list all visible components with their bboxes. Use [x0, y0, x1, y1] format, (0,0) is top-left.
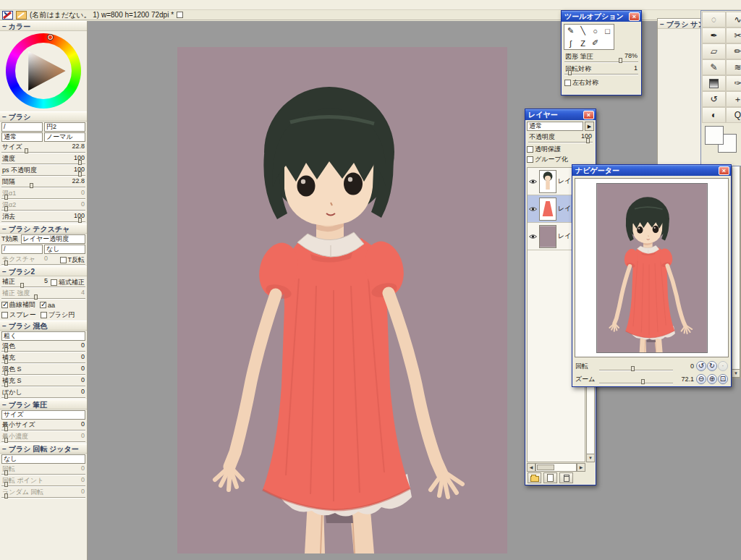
- ellipse-tool-icon[interactable]: ○: [589, 25, 601, 37]
- slider-handle[interactable]: [631, 366, 635, 371]
- gradient-tool-icon[interactable]: [702, 75, 726, 91]
- brush2-section-header[interactable]: −ブラシ2: [0, 266, 87, 276]
- pen-tool-icon[interactable]: ✒: [702, 27, 726, 43]
- slider-handle[interactable]: [34, 294, 38, 300]
- slider-handle[interactable]: [20, 283, 24, 288]
- slider-handle[interactable]: [4, 426, 8, 431]
- slider-handle[interactable]: [4, 482, 8, 487]
- spray-circle-checks-b[interactable]: ブラシ円: [41, 310, 75, 320]
- canvas[interactable]: [177, 47, 507, 553]
- slider-handle[interactable]: [25, 148, 28, 153]
- random-rotation-slider[interactable]: ランダム 回転0: [1, 488, 85, 498]
- correction-strength-slider[interactable]: 補正 強度4: [1, 289, 85, 299]
- close-icon[interactable]: ×: [629, 12, 640, 21]
- eyedropper-tool-icon[interactable]: ✑: [726, 75, 741, 91]
- zoom-out-button[interactable]: ⊖: [696, 374, 706, 384]
- tool-options-titlebar[interactable]: ツールオプション ×: [562, 11, 641, 22]
- eraser-tool-icon[interactable]: ▱: [702, 43, 726, 59]
- layer-option-checkbox[interactable]: グループ化: [527, 155, 568, 164]
- ps-opacity-slider[interactable]: ps 不透明度100: [1, 166, 85, 176]
- visibility-eye-icon[interactable]: [528, 234, 538, 239]
- replenish-slider[interactable]: 補充0: [1, 353, 85, 363]
- brush-mixing-section-header[interactable]: −ブラシ 混色: [0, 321, 87, 331]
- rotation-symmetry-slider[interactable]: 回転対称1: [564, 64, 638, 75]
- rotation-point-slider[interactable]: 回転 ポイント0: [1, 476, 85, 486]
- move-tool-icon[interactable]: ＋: [726, 91, 741, 107]
- min-density-slider[interactable]: 最小濃度0: [1, 432, 85, 442]
- slider-handle[interactable]: [4, 382, 8, 387]
- texture-strength-slider-checkbox[interactable]: T反転: [60, 255, 85, 265]
- brush-pressure-section-header[interactable]: −ブラシ 筆圧: [0, 399, 87, 410]
- close-icon[interactable]: ×: [583, 111, 594, 119]
- brush-tool-icon[interactable]: ✎: [702, 59, 726, 75]
- doc-icon[interactable]: [16, 11, 27, 20]
- saturation-triangle[interactable]: [14, 42, 72, 100]
- spray-circle-checks-a[interactable]: スプレー: [1, 310, 36, 320]
- rotate-reset-button[interactable]: ·: [718, 361, 728, 371]
- slider-handle[interactable]: [78, 171, 82, 177]
- slider-handle[interactable]: [619, 58, 622, 63]
- pressure-target-select[interactable]: サイズ: [1, 410, 85, 420]
- brush-mode-select-right[interactable]: ノーマル: [44, 132, 85, 142]
- slider-handle[interactable]: [4, 359, 8, 364]
- texture-select-left[interactable]: /: [1, 245, 43, 254]
- curve-tool-icon[interactable]: ʃ: [564, 37, 577, 49]
- airbrush-tool-icon[interactable]: ≋: [726, 59, 741, 75]
- zoom-fit-button[interactable]: ⊡: [718, 374, 728, 384]
- line-tool-icon[interactable]: ╲: [577, 25, 589, 37]
- scroll-down-icon[interactable]: ▼: [586, 454, 595, 462]
- color-wheel[interactable]: [6, 33, 81, 109]
- knife-tool-icon[interactable]: ✂: [726, 27, 741, 43]
- mix-a1-slider[interactable]: 混α10: [1, 189, 85, 199]
- slider-handle[interactable]: [4, 493, 8, 499]
- symmetry-checkbox[interactable]: 左右対称: [564, 78, 598, 87]
- correction-slider-checkbox[interactable]: 箱式補正: [51, 278, 85, 287]
- slider-handle[interactable]: [568, 70, 572, 75]
- bezier-tool-icon[interactable]: ✐: [589, 37, 601, 49]
- t-effect-select[interactable]: レイヤー透明度: [21, 234, 86, 244]
- rotate-cw-button[interactable]: ↻: [707, 361, 717, 371]
- mixing-mode-select[interactable]: 粗く: [1, 331, 85, 341]
- slider-handle[interactable]: [78, 218, 82, 223]
- interval-slider[interactable]: 間隔22.8: [1, 177, 85, 187]
- density-slider[interactable]: 濃度100: [1, 154, 85, 164]
- brush-mode-select-left[interactable]: 通常: [1, 132, 43, 142]
- empty-cell[interactable]: [601, 37, 614, 49]
- slider-handle[interactable]: [4, 260, 8, 266]
- navigator-preview[interactable]: [575, 178, 729, 357]
- layer-list-hscrollbar[interactable]: ◀ ▶: [527, 463, 585, 472]
- slider-handle[interactable]: [78, 160, 82, 165]
- rotate-slider[interactable]: [599, 362, 673, 370]
- mix-a2-slider[interactable]: 混α20: [1, 200, 85, 211]
- visibility-eye-icon[interactable]: [528, 179, 538, 184]
- brush-shape-select-left[interactable]: /: [1, 122, 43, 132]
- dodge-tool-icon[interactable]: ◐: [702, 107, 726, 123]
- foreground-swatch[interactable]: [705, 126, 724, 145]
- layer-option-checkbox[interactable]: 透明保護: [527, 145, 561, 153]
- slider-handle[interactable]: [30, 183, 33, 188]
- new-layer-button[interactable]: [543, 472, 557, 483]
- mix-s-slider[interactable]: 混色 S0: [1, 365, 85, 375]
- zoom-in-button[interactable]: ⊕: [707, 374, 717, 384]
- marquee-tool-icon[interactable]: ◌: [702, 12, 726, 27]
- pencil-tool-icon[interactable]: ✏: [726, 43, 741, 59]
- slider-handle[interactable]: [4, 347, 8, 352]
- curve-aa-checks-a[interactable]: 曲線補間: [1, 300, 35, 310]
- zoom-tool-icon[interactable]: Q: [726, 107, 741, 123]
- polyline-tool-icon[interactable]: Z: [577, 37, 589, 49]
- blur-slider[interactable]: ぼかし0: [1, 388, 85, 398]
- blend-menu-button[interactable]: ▶: [585, 122, 594, 131]
- new-folder-button[interactable]: [528, 472, 541, 483]
- rotate-view-icon[interactable]: ↺: [702, 91, 726, 107]
- delete-layer-button[interactable]: [559, 472, 573, 483]
- texture-select-right[interactable]: なし: [44, 245, 85, 254]
- slider-handle[interactable]: [4, 370, 8, 376]
- close-icon[interactable]: ×: [719, 166, 729, 175]
- scrollbar-thumb[interactable]: [537, 464, 554, 470]
- scrollbar-track[interactable]: [535, 463, 577, 472]
- zoom-slider[interactable]: [599, 375, 673, 383]
- brush-section-header[interactable]: −ブラシ: [0, 111, 87, 122]
- scroll-left-icon[interactable]: ◀: [527, 463, 535, 472]
- texture-strength-slider[interactable]: テクスチャ0T反転: [1, 255, 85, 265]
- curve-aa-checks-b[interactable]: aa: [40, 302, 55, 309]
